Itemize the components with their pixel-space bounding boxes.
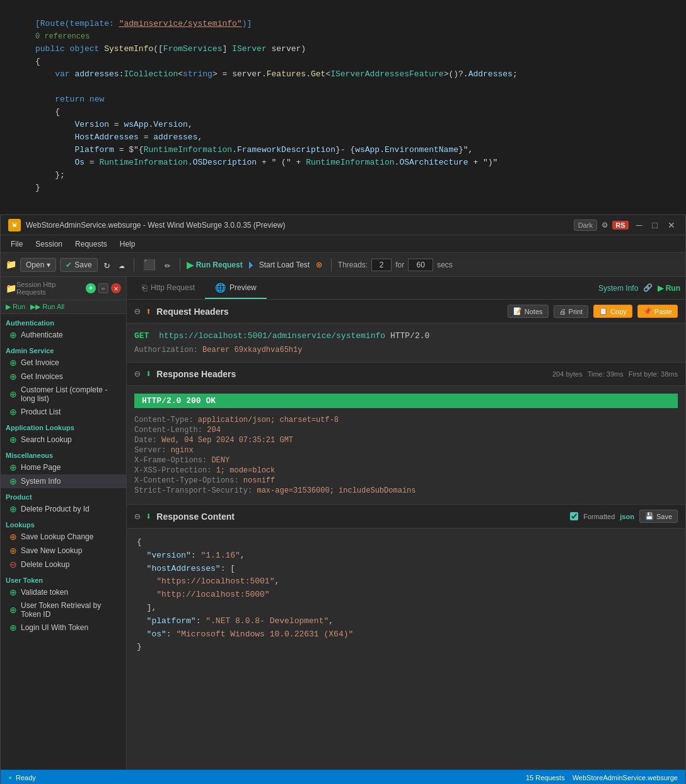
response-headers-section-header: ⊖ ⬇ Response Headers 204 bytes Time: 39m… [127, 363, 685, 386]
open-button[interactable]: Open ▾ [20, 258, 56, 272]
menu-file[interactable]: File [6, 237, 28, 251]
start-load-test-button[interactable]: ⏵ Start Load Test [247, 259, 310, 271]
paste-button[interactable]: 📌 Paste [637, 305, 678, 318]
toolbar-separator-2 [180, 259, 180, 271]
notes-button[interactable]: 📝 Notes [508, 305, 549, 318]
method-icon-green: ⊕ [9, 605, 17, 615]
resp-header-server: Server: nginx [134, 446, 678, 455]
tab-icon-http: ⎗ [142, 283, 147, 293]
tab-preview[interactable]: 🌐 Preview [205, 278, 267, 299]
sidebar-item-home-page[interactable]: ⊕ Home Page [1, 460, 126, 474]
edit-icon[interactable]: ✏ [162, 257, 173, 272]
code-line-9: HostAddresses = addresses, [0, 131, 686, 144]
copy-button[interactable]: 📋 Copy [593, 305, 632, 318]
sidebar-item-label: Search Lookup [21, 435, 72, 444]
sidebar-item-login-ui[interactable]: ⊕ Login UI With Token [1, 621, 126, 635]
sidebar-item-label: Get Invoice [21, 358, 59, 367]
response-body-section: ⊖ ⬇ Response Content Formatted json 💾 Sa… [127, 505, 685, 662]
title-bar-right: Dark ⚙ RS ─ □ ✕ [574, 219, 678, 231]
resp-header-content-length: Content-Length: 204 [134, 426, 678, 435]
save-label: Save [74, 260, 91, 269]
collapse-request-button[interactable]: ⊖ [134, 305, 141, 318]
method-icon-green: ⊕ [9, 330, 17, 340]
add-request-button[interactable]: + [86, 283, 96, 293]
tab-http-request[interactable]: ⎗ Http Request [132, 278, 205, 299]
run-tab-button[interactable]: ▶ Run [658, 284, 680, 293]
menu-requests[interactable]: Requests [70, 237, 112, 251]
run-all-button[interactable]: ▶▶ Run All [30, 303, 64, 311]
menu-help[interactable]: Help [115, 237, 141, 251]
json-key-os: "os" [147, 629, 166, 639]
edit-request-button[interactable]: ✏ [98, 283, 108, 293]
menu-session[interactable]: Session [30, 237, 67, 251]
download-icon: ⬇ [146, 368, 152, 380]
tab-label-http: Http Request [151, 283, 195, 292]
save-button[interactable]: ✔ Save [60, 258, 97, 272]
sidebar-item-search-lookup[interactable]: ⊕ Search Lookup [1, 433, 126, 447]
sidebar-item-save-new-lookup[interactable]: ⊕ Save New Lookup [1, 544, 126, 558]
close-button[interactable]: ✕ [665, 220, 678, 230]
sidebar-item-get-invoice[interactable]: ⊕ Get Invoice [1, 356, 126, 370]
formatted-checkbox[interactable] [570, 512, 578, 520]
resp-header-sts: Strict-Transport-Security: max-age=31536… [134, 486, 678, 495]
sidebar-item-authenticate[interactable]: ⊕ Authenticate [1, 328, 126, 342]
sidebar-item-label: Save New Lookup [21, 546, 82, 555]
websurge-window: W WebStoreAdminService.websurge - West W… [0, 214, 686, 784]
stop-load-icon[interactable]: ⊗ [313, 257, 325, 272]
notes-label: Notes [525, 308, 543, 315]
formatted-label: Formatted [583, 513, 615, 520]
file-name: WebStoreAdminService.websurge [573, 774, 678, 781]
secs-input[interactable] [408, 259, 433, 271]
code-line-7: { [0, 106, 686, 119]
sidebar-item-save-lookup-change[interactable]: ⊕ Save Lookup Change [1, 530, 126, 544]
request-headers-title: Request Headers [156, 307, 503, 317]
sidebar-item-validate-token[interactable]: ⊕ Validate token [1, 585, 126, 599]
auth-header-value: Bearer 69xkaydhva65h1y [202, 346, 302, 354]
sidebar-item-system-info[interactable]: ⊕ System Info [1, 474, 126, 488]
status-bar: ● Ready 15 Requests WebStoreAdminService… [1, 769, 685, 784]
requests-count: 15 Requests [526, 774, 565, 781]
sidebar-item-label: Product List [21, 407, 61, 416]
run-one-button[interactable]: ▶ Run [6, 303, 25, 311]
session-label: Session Http Requests [16, 281, 86, 296]
sidebar-item-customer-list[interactable]: ⊕ Customer List (complete - long list) [1, 383, 126, 405]
panels-area: ⊖ ⬆ Request Headers 📝 Notes 🖨 Print 📋 [127, 300, 685, 769]
tabs-right: System Info 🔗 ▶ Run [598, 283, 680, 293]
sidebar-item-token-retrieval[interactable]: ⊕ User Token Retrieval by Token ID [1, 599, 126, 621]
folder-icon: 📁 [6, 259, 16, 270]
sidebar-item-product-list[interactable]: ⊕ Product List [1, 405, 126, 419]
collapse-body-button[interactable]: ⊖ [134, 510, 141, 523]
sidebar-item-delete-lookup[interactable]: ⊖ Delete Lookup [1, 558, 126, 571]
json-val-addr2: "http://localhost:5000" [156, 590, 269, 599]
external-link-icon[interactable]: 🔗 [643, 283, 653, 293]
run-request-button[interactable]: ▶ Run Request [187, 260, 243, 270]
cloud-icon[interactable]: ☁ [116, 257, 127, 272]
theme-selector[interactable]: Dark [574, 219, 597, 231]
print-icon: 🖨 [559, 308, 566, 315]
code-line-4: var addresses:ICollection<string> = serv… [0, 68, 686, 81]
refresh-icon[interactable]: ↻ [102, 257, 113, 272]
settings-icon[interactable]: ⚙ [602, 219, 607, 230]
collapse-response-button[interactable]: ⊖ [134, 368, 141, 380]
threads-input[interactable] [371, 259, 392, 271]
title-bar-left: W WebStoreAdminService.websurge - West W… [8, 219, 286, 231]
menu-bar: File Session Requests Help [1, 235, 685, 253]
http-status-line: HTTP/2.0 200 OK [134, 394, 678, 408]
http-method: GET [134, 331, 149, 341]
delete-request-button[interactable]: ✕ [111, 283, 121, 293]
stop-icon[interactable]: ⬛ [141, 257, 158, 272]
json-key-version: "version" [147, 551, 191, 560]
save-response-button[interactable]: 💾 Save [639, 510, 678, 523]
session-header: 📁 Session Http Requests + ✏ ✕ [1, 277, 126, 300]
category-lookups: Lookups [1, 516, 126, 530]
sidebar-item-label: Home Page [21, 463, 61, 472]
save-label: Save [656, 513, 672, 520]
print-button[interactable]: 🖨 Print [554, 305, 589, 318]
sidebar-item-label: Authenticate [21, 331, 63, 339]
active-request-link[interactable]: System Info [598, 284, 638, 293]
sidebar-item-delete-product[interactable]: ⊕ Delete Product by Id [1, 502, 126, 516]
sidebar-item-get-invoices[interactable]: ⊕ Get Invoices [1, 370, 126, 383]
maximize-button[interactable]: □ [650, 220, 660, 230]
minimize-button[interactable]: ─ [634, 220, 645, 230]
open-dropdown-icon: ▾ [47, 260, 50, 269]
